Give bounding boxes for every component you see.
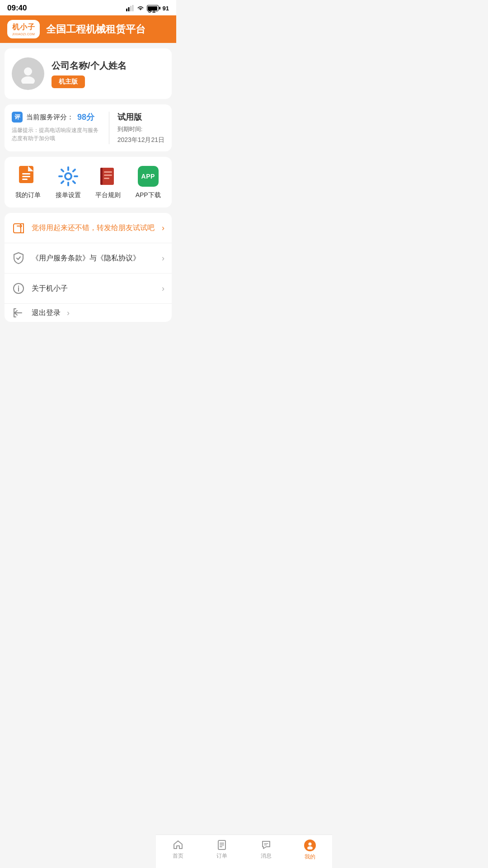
about-arrow-icon: › <box>162 284 164 293</box>
version-badge[interactable]: 机主版 <box>52 75 85 88</box>
logo-sub: JIXIAOZI.COM <box>12 33 35 36</box>
score-card: 评 当前服务评分： 98分 温馨提示：提高电话响应速度与服务 态度有助于加分哦 … <box>5 104 172 151</box>
svg-rect-9 <box>22 176 30 177</box>
logo-text: 机小子 <box>12 23 35 32</box>
info-icon <box>12 282 25 295</box>
status-icons: 91 91 <box>126 5 169 12</box>
share-arrow-icon: › <box>162 223 164 233</box>
score-right: 试用版 到期时间: 2023年12月21日 <box>109 112 164 144</box>
menu-card: 觉得用起来还不错，转发给朋友试试吧 › 《用户服务条款》与《隐私协议》 › <box>5 213 172 322</box>
actions-card: 我的订单 接单设置 <box>5 157 172 208</box>
svg-rect-1 <box>128 7 129 11</box>
menu-about[interactable]: 关于机小子 › <box>5 274 172 304</box>
rules-icon <box>97 165 119 188</box>
svg-line-19 <box>61 181 63 183</box>
battery-percent: 91 <box>163 5 169 12</box>
profile-name: 公司名称/个人姓名 <box>52 60 127 72</box>
svg-rect-22 <box>104 171 112 173</box>
menu-share[interactable]: 觉得用起来还不错，转发给朋友试试吧 › <box>5 213 172 243</box>
order-icon <box>17 165 39 188</box>
wifi-icon <box>136 5 145 11</box>
expire-date: 2023年12月21日 <box>117 136 164 144</box>
menu-terms-text: 《用户服务条款》与《隐私协议》 <box>32 254 155 263</box>
svg-line-16 <box>61 170 63 171</box>
score-hint: 温馨提示：提高电话响应速度与服务 态度有助于加分哦 <box>12 126 103 142</box>
share-icon <box>12 221 25 235</box>
svg-point-5 <box>21 76 35 84</box>
svg-line-17 <box>73 181 75 183</box>
status-time: 09:40 <box>7 4 27 13</box>
svg-rect-25 <box>14 224 21 233</box>
logout-icon <box>12 306 25 320</box>
settings-icon <box>57 165 80 188</box>
status-bar: 09:40 91 91 <box>0 0 176 15</box>
score-value: 98分 <box>77 112 94 123</box>
action-app[interactable]: APP APP下载 <box>136 165 161 199</box>
logout-arrow-icon: › <box>67 308 70 318</box>
terms-arrow-icon: › <box>162 254 164 263</box>
svg-rect-21 <box>100 168 103 185</box>
svg-rect-3 <box>132 5 133 11</box>
action-order[interactable]: 我的订单 <box>15 165 41 199</box>
action-settings-label: 接单设置 <box>56 191 81 199</box>
expire-label: 到期时间: <box>117 125 164 133</box>
score-header: 评 当前服务评分： 98分 <box>12 112 103 123</box>
menu-about-text: 关于机小子 <box>32 284 155 293</box>
battery-icon: 91 <box>147 5 160 11</box>
svg-point-4 <box>24 67 32 75</box>
svg-rect-10 <box>22 179 28 180</box>
action-order-label: 我的订单 <box>15 191 41 199</box>
bottom-spacer <box>5 327 172 363</box>
menu-share-text: 觉得用起来还不错，转发给朋友试试吧 <box>32 223 155 233</box>
svg-rect-2 <box>130 6 131 11</box>
header-title: 全国工程机械租赁平台 <box>46 23 145 36</box>
shield-icon <box>12 251 25 265</box>
trial-label: 试用版 <box>117 112 164 123</box>
profile-info: 公司名称/个人姓名 机主版 <box>52 60 127 88</box>
logo-box: 机小子 JIXIAOZI.COM <box>7 20 40 38</box>
menu-logout[interactable]: 退出登录 › <box>5 304 172 322</box>
app-download-icon: APP <box>138 166 159 187</box>
svg-point-28 <box>18 286 19 287</box>
svg-point-11 <box>65 173 71 179</box>
svg-rect-0 <box>126 9 127 11</box>
menu-terms[interactable]: 《用户服务条款》与《隐私协议》 › <box>5 243 172 274</box>
score-label: 当前服务评分： <box>26 113 74 122</box>
score-left: 评 当前服务评分： 98分 温馨提示：提高电话响应速度与服务 态度有助于加分哦 <box>12 112 109 144</box>
action-rules-label: 平台规则 <box>95 191 121 199</box>
svg-rect-8 <box>22 173 30 175</box>
signal-icon <box>126 5 134 11</box>
profile-card: 公司名称/个人姓名 机主版 <box>5 48 172 99</box>
svg-rect-24 <box>104 178 109 179</box>
app-icon: APP <box>137 165 160 188</box>
avatar <box>12 57 44 90</box>
svg-line-18 <box>73 170 75 171</box>
app-header: 机小子 JIXIAOZI.COM 全国工程机械租赁平台 <box>0 15 176 43</box>
action-app-label: APP下载 <box>136 191 161 199</box>
svg-rect-23 <box>104 175 112 176</box>
score-tag: 评 <box>12 112 23 123</box>
menu-logout-text: 退出登录 <box>32 308 61 318</box>
action-settings[interactable]: 接单设置 <box>56 165 81 199</box>
action-rules[interactable]: 平台规则 <box>95 165 121 199</box>
main-content: 公司名称/个人姓名 机主版 评 当前服务评分： 98分 温馨提示：提高电话响应速… <box>0 43 176 369</box>
